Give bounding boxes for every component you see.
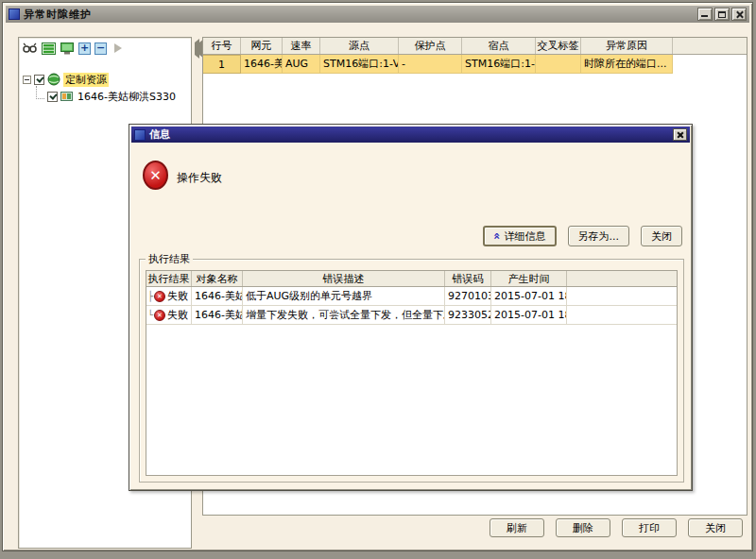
dialog-close-button[interactable]: 关闭 bbox=[641, 226, 682, 246]
column-header[interactable]: 异常原因 bbox=[581, 38, 673, 54]
minimize-button[interactable] bbox=[697, 8, 713, 21]
info-dialog: 信息 操作失败 « 详细信息 另存为... 关闭 执行结果 执行结果 对象名称 … bbox=[129, 124, 693, 491]
result-object-cell: 1646-美姑柳... bbox=[192, 287, 243, 305]
result-object-cell: 1646-美姑柳... bbox=[192, 306, 243, 324]
ne-checkbox[interactable] bbox=[47, 92, 58, 102]
expand-all-button[interactable]: + bbox=[78, 42, 91, 55]
network-element-icon bbox=[60, 91, 73, 102]
cross-label-cell bbox=[536, 55, 581, 74]
result-code-cell: 92701035 bbox=[445, 287, 491, 305]
result-column-header[interactable]: 对象名称 bbox=[192, 271, 243, 286]
result-column-header[interactable]: 错误码 bbox=[445, 271, 491, 286]
tree-connector bbox=[36, 86, 44, 99]
globe-icon bbox=[47, 73, 60, 86]
dialog-titlebar: 信息 bbox=[131, 127, 690, 143]
dialog-buttons: « 详细信息 另存为... 关闭 bbox=[483, 226, 682, 246]
search-icon[interactable] bbox=[22, 42, 37, 55]
result-status-text: 失败 bbox=[167, 308, 188, 322]
result-row-filler bbox=[567, 287, 677, 305]
column-header[interactable]: 宿点 bbox=[462, 38, 536, 54]
column-header[interactable]: 源点 bbox=[320, 38, 399, 54]
panel-splitter[interactable] bbox=[195, 42, 200, 67]
result-status-text: 失败 bbox=[167, 289, 188, 303]
apply-filter-icon[interactable] bbox=[111, 42, 126, 55]
table-row[interactable]: 1 1646-美... AUG STM16端口:1-V... - STM16端口… bbox=[203, 55, 747, 74]
source-cell: STM16端口:1-V... bbox=[320, 55, 399, 74]
maximize-button[interactable] bbox=[714, 8, 730, 21]
column-header[interactable]: 保护点 bbox=[399, 38, 462, 54]
dialog-icon bbox=[134, 129, 146, 141]
device-view-icon[interactable] bbox=[60, 42, 75, 55]
protect-cell: - bbox=[399, 55, 462, 74]
dialog-message: 操作失败 bbox=[177, 170, 222, 186]
result-groupbox: 执行结果 执行结果 对象名称 错误描述 错误码 产生时间 ├ 失败 1646-美… bbox=[139, 259, 684, 483]
window-title: 异常时隙维护 bbox=[24, 8, 92, 22]
chevron-up-icon: « bbox=[490, 232, 504, 240]
minimize-icon bbox=[701, 15, 708, 17]
tree-branch-icon: └ bbox=[147, 310, 153, 320]
result-column-header[interactable]: 执行结果 bbox=[146, 271, 192, 286]
row-number-cell: 1 bbox=[203, 55, 241, 74]
result-status-cell: └ 失败 bbox=[146, 306, 192, 324]
column-header[interactable]: 速率 bbox=[283, 38, 320, 54]
result-row-filler bbox=[567, 306, 677, 324]
tree-node-root[interactable]: 定制资源 bbox=[23, 72, 191, 87]
rate-cell: AUG bbox=[283, 55, 320, 74]
result-column-header[interactable]: 错误描述 bbox=[243, 271, 445, 286]
details-button-label: 详细信息 bbox=[505, 229, 546, 244]
result-header-row: 执行结果 对象名称 错误描述 错误码 产生时间 bbox=[146, 271, 677, 287]
app-icon bbox=[9, 8, 20, 20]
error-icon bbox=[143, 161, 168, 190]
result-column-header[interactable]: 产生时间 bbox=[491, 271, 567, 286]
window-controls bbox=[697, 8, 747, 21]
result-time-cell: 2015-07-01 18:43:55 bbox=[491, 306, 567, 324]
result-desc-cell: 增量下发失败，可尝试全量下发，但全量下发有可能影响现有... bbox=[243, 306, 445, 324]
error-status-icon bbox=[154, 310, 165, 321]
result-table: 执行结果 对象名称 错误描述 错误码 产生时间 ├ 失败 1646-美姑柳...… bbox=[146, 270, 678, 476]
tree-node-ne[interactable]: 1646-美姑柳洪S330 bbox=[36, 89, 191, 104]
tree-node-root-label[interactable]: 定制资源 bbox=[63, 73, 109, 87]
root-checkbox[interactable] bbox=[34, 75, 44, 85]
column-header[interactable]: 网元 bbox=[241, 38, 283, 54]
tree-node-ne-label[interactable]: 1646-美姑柳洪S330 bbox=[76, 90, 178, 104]
sink-cell: STM16端口:1-V... bbox=[462, 55, 536, 74]
table-header-row: 行号 网元 速率 源点 保护点 宿点 交叉标签 异常原因 bbox=[203, 38, 747, 55]
save-as-button[interactable]: 另存为... bbox=[568, 226, 630, 246]
dialog-title: 信息 bbox=[149, 127, 170, 142]
result-desc-cell: 低于AUG级别的单元号越界 bbox=[243, 287, 445, 305]
maximize-icon bbox=[718, 11, 726, 18]
result-column-header-filler bbox=[567, 271, 677, 286]
result-code-cell: 92330523 bbox=[445, 306, 491, 324]
main-titlebar: 异常时隙维护 bbox=[6, 6, 749, 23]
result-status-cell: ├ 失败 bbox=[146, 287, 192, 305]
column-header[interactable]: 交叉标签 bbox=[536, 38, 581, 54]
delete-button[interactable]: 删除 bbox=[556, 518, 610, 537]
details-button[interactable]: « 详细信息 bbox=[483, 226, 557, 246]
result-groupbox-label: 执行结果 bbox=[146, 252, 193, 266]
reason-cell: 时隙所在的端口... bbox=[581, 55, 673, 74]
result-time-cell: 2015-07-01 18:43:55 bbox=[491, 287, 567, 305]
refresh-button[interactable]: 刷新 bbox=[490, 518, 544, 537]
column-header[interactable]: 行号 bbox=[203, 38, 241, 54]
ne-cell: 1646-美... bbox=[241, 55, 283, 74]
print-button[interactable]: 打印 bbox=[622, 518, 677, 537]
tree-toolbar: + − bbox=[19, 38, 191, 59]
close-window-button[interactable]: 关闭 bbox=[688, 518, 743, 537]
row-filler bbox=[673, 55, 747, 74]
dialog-close-icon[interactable] bbox=[673, 128, 687, 141]
list-view-icon[interactable] bbox=[41, 42, 56, 55]
resource-tree: 定制资源 1646-美姑柳洪S330 bbox=[19, 72, 191, 104]
footer-buttons: 刷新 删除 打印 关闭 bbox=[490, 518, 743, 537]
result-row[interactable]: └ 失败 1646-美姑柳... 增量下发失败，可尝试全量下发，但全量下发有可能… bbox=[146, 306, 677, 325]
collapse-all-button[interactable]: − bbox=[94, 42, 107, 55]
collapse-node-icon[interactable] bbox=[23, 76, 31, 84]
result-row[interactable]: ├ 失败 1646-美姑柳... 低于AUG级别的单元号越界 92701035 … bbox=[146, 287, 677, 306]
play-icon bbox=[114, 43, 122, 53]
error-status-icon bbox=[154, 291, 165, 302]
column-header-filler bbox=[673, 38, 747, 54]
close-button[interactable] bbox=[731, 8, 747, 21]
tree-branch-icon: ├ bbox=[147, 291, 153, 301]
